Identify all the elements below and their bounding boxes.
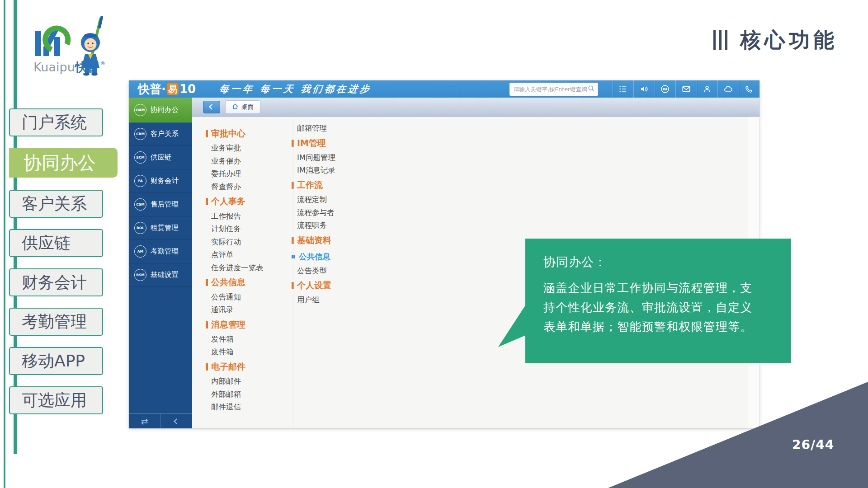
sidebar-item-label: 财务会计 [22,272,87,294]
brand-prefix: 快普· [138,81,166,97]
menu-entry[interactable]: 个人设置 [292,277,383,294]
menu-entry[interactable]: 流程参与者 [292,206,383,219]
menu-entry-label: 公共信息 [211,277,245,288]
sidebar-item[interactable]: 客户关系 [9,190,103,218]
nav-badge-icon: OAM [134,104,146,116]
sidebar-item[interactable]: 财务会计 [9,268,103,296]
menu-entry[interactable]: 委托办理 [206,168,279,181]
menu-entry[interactable]: IM消息记录 [292,164,383,177]
sidebar-item[interactable]: 协同办公 [9,148,118,178]
logo-reg-mark: ® [100,61,105,66]
nav-item-label: 基础设置 [151,270,179,280]
menu-entry[interactable]: 邮件退信 [206,401,279,414]
menu-entry-label: IM消息记录 [297,165,335,175]
menu-list-icon[interactable] [613,80,634,98]
menu-entry[interactable]: 公共信息 [292,249,383,265]
mail-icon[interactable] [675,80,697,98]
menu-entry-label: 公告通知 [211,292,241,302]
nav-badge-icon: FA [134,175,146,187]
sidebar-item-label: 客户关系 [22,193,87,215]
app-nav-item[interactable]: CRM 客户关系 [129,122,192,146]
menu-entry[interactable]: 点评单 [206,249,279,262]
nav-item-label: 考勤管理 [151,247,179,256]
search-icon[interactable] [588,85,595,94]
app-nav-item[interactable]: SCM 供应链 [129,146,192,169]
phone-icon[interactable] [739,80,760,98]
user-icon[interactable] [697,80,718,98]
menu-entry[interactable]: 内部邮件 [206,375,279,388]
nav-badge-icon: CRM [134,128,146,140]
tab-desktop[interactable]: 桌面 [225,100,260,114]
menu-entry-label: 消息管理 [211,319,245,331]
menu-entry-label: 流程参与者 [297,208,335,218]
back-button[interactable] [203,101,220,113]
app-nav-item[interactable]: FA 财务会计 [129,169,192,193]
menu-entry[interactable]: 通讯录 [206,304,279,317]
sidebar-item-label: 移动APP [22,350,85,372]
menu-entry[interactable]: IM管理 [292,135,383,151]
menu-entry-label: 工作流 [297,179,323,191]
app-nav: OAM 协同办公 CRM 客户关系 SCM 供应链 [129,98,192,428]
menu-entry[interactable]: 业务审批 [206,142,279,155]
app-nav-item[interactable]: BOL 租赁管理 [129,216,192,240]
app-nav-item[interactable]: AM 考勤管理 [129,240,192,263]
tab-label: 桌面 [241,103,254,111]
sidebar-item[interactable]: 门户系统 [9,108,103,136]
nav-badge-icon: BSM [134,269,146,281]
kp-logo-icon [35,28,68,56]
menu-entry-label: 内部邮件 [211,376,241,386]
menu-entry-label: IM问题管理 [297,153,335,163]
sidebar-item[interactable]: 考勤管理 [9,308,103,336]
menu-entry[interactable]: 督查督办 [206,181,279,194]
menu-entry[interactable]: 发件箱 [206,333,279,346]
nav-item-label: 财务会计 [151,176,179,186]
menu-entry[interactable]: IM问题管理 [292,151,383,164]
cloud-icon[interactable] [717,80,739,98]
nav-badge-icon: AM [134,245,146,258]
menu-entry[interactable]: 工作报告 [206,210,279,223]
sidebar-item[interactable]: 移动APP [9,347,103,375]
menu-entry[interactable]: 任务进度一览表 [206,262,279,275]
im-icon[interactable]: IM [655,80,676,98]
nav-swap-button[interactable]: ⇄ [129,414,160,428]
brand-version: 10 [179,82,196,96]
menu-entry[interactable]: 个人事务 [206,193,279,210]
menu-entry[interactable]: 邮箱管理 [292,122,383,135]
app-nav-footer: ⇄ [129,413,192,428]
menu-entry[interactable]: 工作流 [292,177,383,193]
menu-entry[interactable]: 电子邮件 [206,359,279,375]
logo-brand-en: Kuaipu [33,60,75,74]
menu-entry[interactable]: 废件箱 [206,346,279,359]
bullet-icon [206,279,208,286]
app-nav-item[interactable]: BSM 基础设置 [129,263,192,287]
nav-collapse-button[interactable] [160,414,193,428]
menu-entry[interactable]: 消息管理 [206,317,279,333]
menu-entry-label: 业务审批 [211,143,241,153]
bullet-icon [292,255,295,258]
sidebar-item[interactable]: 供应链 [9,229,103,257]
nav-badge-icon: BOL [134,222,146,234]
menu-entry[interactable]: 用户组 [292,294,383,307]
menu-entry[interactable]: 流程定制 [292,193,383,206]
menu-entry[interactable]: 业务催办 [206,155,279,168]
menu-entry[interactable]: 审批中心 [206,126,279,142]
sidebar-item[interactable]: 可选应用 [9,386,103,414]
menu-entry-label: 督查督办 [211,182,241,192]
menu-entry[interactable]: 公告通知 [206,291,279,304]
menu-entry[interactable]: 公告类型 [292,265,383,278]
app-nav-item[interactable]: CSM 售后管理 [129,193,192,216]
menu-entry[interactable]: 基础资料 [292,232,383,249]
column-divider [398,117,398,428]
menu-entry[interactable]: 流程职务 [292,219,383,232]
menu-entry[interactable]: 计划任务 [206,223,279,236]
menu-entry[interactable]: 公共信息 [206,274,279,291]
menu-entry[interactable]: 外部邮箱 [206,388,279,401]
slide: Kuaipu 快普 ® 门户系统 协同办公 客户关系 供应链 财务会计 [0,0,868,488]
header-icon-strip: IM [613,80,760,98]
search-input[interactable] [513,85,588,93]
menu-entry[interactable]: 实际行动 [206,236,279,249]
app-slogan: 每一年 每一天 我们都在进步 [219,83,373,95]
sound-icon[interactable] [633,80,655,98]
app-nav-item[interactable]: OAM 协同办公 [129,98,192,122]
menu-entry-label: 发件箱 [211,334,234,344]
